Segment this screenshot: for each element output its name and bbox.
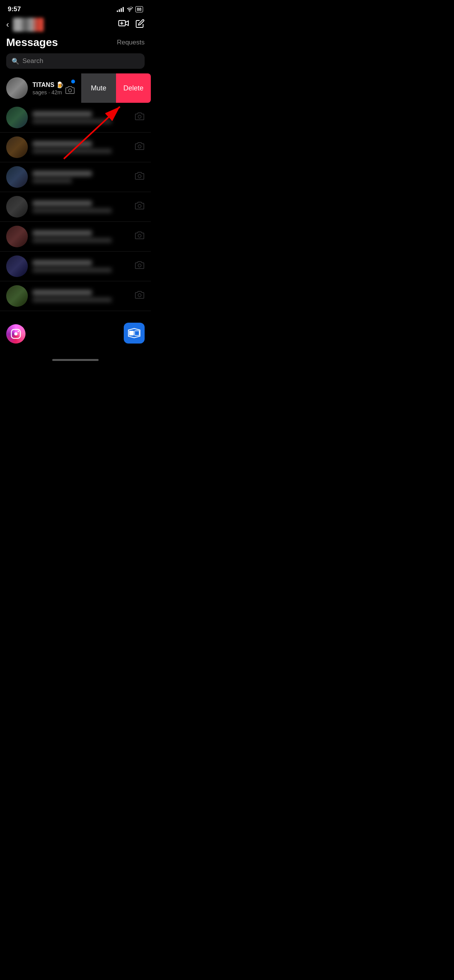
title-row: Messages Requests xyxy=(0,35,151,53)
svg-point-11 xyxy=(138,264,141,267)
camera-icon[interactable] xyxy=(135,201,145,212)
page-title: Messages xyxy=(6,36,58,49)
header-left: ‹ xyxy=(6,18,44,32)
avatar xyxy=(6,136,28,158)
battery-icon: 88 xyxy=(135,6,143,12)
camera-icon[interactable] xyxy=(135,291,145,301)
back-button[interactable]: ‹ xyxy=(6,20,9,30)
camera-icon[interactable] xyxy=(65,86,75,97)
conversation-meta xyxy=(65,80,75,97)
conversation-name: TITANS 🍺 xyxy=(32,81,65,88)
list-item[interactable] xyxy=(0,103,151,133)
conversation-content-blurred xyxy=(32,201,131,213)
conversation-content-blurred xyxy=(32,290,131,302)
compose-button[interactable] xyxy=(135,19,145,31)
bottom-area xyxy=(0,319,151,359)
list-item[interactable] xyxy=(0,192,151,222)
svg-point-8 xyxy=(138,175,141,178)
signal-icon xyxy=(117,7,124,12)
camera-icon[interactable] xyxy=(135,231,145,242)
conversation-content[interactable]: TITANS 🍺 sages · 42m xyxy=(0,73,81,103)
conversation-content-blurred xyxy=(32,171,131,183)
camera-icon[interactable] xyxy=(135,172,145,182)
status-bar: 9:57 88 xyxy=(0,0,151,16)
conversation-content-blurred xyxy=(32,141,131,153)
conversation-content-blurred xyxy=(32,111,131,124)
conversation-content-blurred xyxy=(32,260,131,272)
conversation-info: TITANS 🍺 sages · 42m xyxy=(32,81,65,95)
camera-icon[interactable] xyxy=(135,112,145,123)
avatar xyxy=(6,196,28,218)
svg-point-9 xyxy=(138,204,141,208)
avatar xyxy=(6,77,28,99)
add-video-button[interactable] xyxy=(118,19,129,30)
header-right xyxy=(118,19,145,31)
search-input[interactable]: Search xyxy=(22,57,43,65)
home-bar xyxy=(52,359,99,361)
swipe-actions: Mute Delete xyxy=(81,73,151,103)
mute-button[interactable]: Mute xyxy=(81,73,116,103)
svg-point-15 xyxy=(18,331,19,332)
svg-rect-16 xyxy=(129,331,134,335)
delete-button[interactable]: Delete xyxy=(116,73,151,103)
camera-icon[interactable] xyxy=(135,142,145,153)
header: ‹ xyxy=(0,16,151,35)
svg-point-10 xyxy=(138,234,141,237)
list-item[interactable] xyxy=(0,252,151,281)
svg-point-12 xyxy=(138,294,141,297)
svg-point-7 xyxy=(138,145,141,148)
avatar xyxy=(6,107,28,128)
wifi-icon xyxy=(126,6,133,13)
camera-icon[interactable] xyxy=(135,261,145,272)
unread-dot xyxy=(71,80,75,83)
avatar xyxy=(6,226,28,247)
conversation-list xyxy=(0,103,151,311)
game-icon[interactable] xyxy=(124,323,145,344)
search-bar-container: 🔍 Search xyxy=(0,53,151,73)
requests-link[interactable]: Requests xyxy=(117,39,145,46)
svg-point-13 xyxy=(14,332,17,335)
list-item[interactable] xyxy=(0,222,151,252)
status-icons: 88 xyxy=(117,6,143,13)
home-indicator xyxy=(0,359,151,365)
search-bar[interactable]: 🔍 Search xyxy=(6,53,145,69)
conversation-row-titans[interactable]: TITANS 🍺 sages · 42m Mute Delete xyxy=(0,73,151,103)
avatar xyxy=(6,255,28,277)
svg-point-6 xyxy=(138,115,141,118)
avatar xyxy=(6,166,28,188)
list-item[interactable] xyxy=(0,162,151,192)
svg-point-3 xyxy=(68,89,72,92)
search-icon: 🔍 xyxy=(12,58,19,65)
conversation-preview: sages · 42m xyxy=(32,89,65,95)
conversation-content-blurred xyxy=(32,230,131,243)
instagram-icon[interactable] xyxy=(6,324,26,344)
list-item[interactable] xyxy=(0,133,151,162)
status-time: 9:57 xyxy=(8,5,21,13)
app-screen: 9:57 88 ‹ xyxy=(0,0,151,365)
profile-preview xyxy=(13,18,44,32)
avatar xyxy=(6,285,28,307)
list-item[interactable] xyxy=(0,281,151,311)
